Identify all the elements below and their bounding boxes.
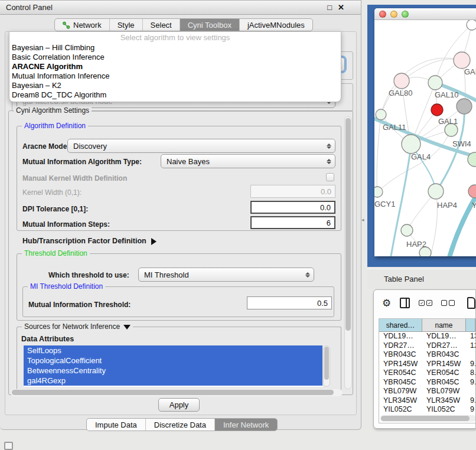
tab-impute-data[interactable]: Impute Data — [87, 419, 146, 431]
dropdown-item[interactable]: Mutual Information Inference — [9, 71, 341, 81]
dropdown-item[interactable]: Dream8 DC_TDC Algorithm — [9, 90, 341, 100]
aracne-mode-label: Aracne Mode: — [22, 142, 69, 151]
control-panel-tabbar: Network Style Select Cyni Toolbox jActiv… — [54, 18, 313, 31]
column-header-shared-name[interactable]: shared… — [379, 319, 422, 331]
sources-title: Sources for Network Inference — [24, 322, 120, 331]
document-icon[interactable] — [467, 297, 475, 309]
columns-icon[interactable] — [400, 298, 410, 308]
column-header-name[interactable]: name — [422, 319, 466, 331]
dropdown-item[interactable]: Bayesian – K2 — [9, 81, 341, 90]
svg-text:GAL80: GAL80 — [389, 89, 412, 97]
dpi-tolerance-label: DPI Tolerance [0,1]: — [22, 205, 88, 213]
node-red — [431, 104, 443, 116]
settings-group-title: Cyni Algorithm Settings — [14, 106, 92, 115]
table-panel-bar[interactable]: Table Panel — [367, 269, 476, 289]
minimize-traffic-light-icon[interactable] — [390, 11, 397, 18]
aracne-mode-combo[interactable]: Discovery — [67, 139, 335, 153]
svg-text:GCY1: GCY1 — [374, 200, 395, 208]
manual-kernel-checkbox[interactable] — [326, 173, 334, 181]
tab-infer-network[interactable]: Infer Network — [215, 419, 277, 431]
node-gcy1 — [374, 187, 383, 197]
table-row[interactable]: YBR045CYBR045C9. — [379, 378, 475, 387]
tab-select[interactable]: Select — [143, 19, 180, 31]
tab-style-label: Style — [118, 21, 135, 30]
tab-network[interactable]: Network — [55, 19, 110, 31]
kernel-width-value: 0.0 — [321, 187, 331, 196]
tab-impute-data-label: Impute Data — [95, 420, 137, 429]
which-threshold-combo[interactable]: MI Threshold — [138, 268, 314, 282]
algorithm-definition-title: Algorithm Definition — [22, 122, 88, 130]
apply-button[interactable]: Apply — [158, 398, 200, 412]
tab-style[interactable]: Style — [110, 19, 143, 31]
table-panel-window: ⚙ ✓✓ shared… name YDL19…YDL19…13 YDR27…Y… — [373, 289, 476, 429]
attribute-item[interactable]: TopologicalCoefficient — [24, 356, 322, 366]
data-attributes-list: SelfLoops TopologicalCoefficient Between… — [24, 345, 322, 387]
tab-select-label: Select — [151, 21, 172, 30]
deselect-all-icon[interactable] — [441, 300, 455, 306]
mi-type-value: Naive Bayes — [167, 157, 210, 166]
sources-toggle[interactable]: Sources for Network Inference — [22, 322, 133, 331]
panel-collapse-handle[interactable]: ◂ — [361, 217, 364, 223]
svg-text:GAL10: GAL10 — [435, 90, 458, 99]
mi-type-label: Mutual Information Algorithm Type: — [22, 158, 142, 166]
close-traffic-light-icon[interactable] — [379, 11, 386, 18]
threshold-definition-title: Threshold Definition — [22, 249, 90, 257]
attribute-item[interactable]: BetweennessCentrality — [24, 366, 322, 376]
expand-right-icon — [151, 238, 157, 245]
select-all-icon[interactable]: ✓✓ — [419, 300, 432, 306]
node-gal — [454, 52, 470, 69]
network-canvas[interactable]: GAL GAL80 GAL10 GAL11 GAL1 SWI4 GAL4 GCY… — [374, 20, 476, 256]
attribute-item[interactable]: SelfLoops — [24, 345, 322, 356]
tab-jactivemnodules-label: jActiveMNodules — [247, 21, 305, 30]
table-row[interactable]: YDR27…YDR27…12 — [379, 341, 475, 351]
column-header-cropped[interactable] — [466, 319, 475, 331]
gear-icon[interactable]: ⚙ — [382, 297, 391, 309]
mi-threshold-field[interactable]: 0.5 — [247, 296, 332, 309]
dpi-tolerance-field[interactable]: 0.0 — [250, 201, 335, 214]
zoom-traffic-light-icon[interactable] — [402, 11, 409, 18]
tab-discretize-data[interactable]: Discretize Data — [146, 419, 215, 431]
table-row[interactable]: YDL19…YDL19…13 — [379, 332, 475, 341]
settings-horizontal-scrollbar[interactable] — [11, 389, 343, 396]
mi-threshold-value: 0.5 — [317, 299, 328, 308]
control-panel-titlebar[interactable]: Control Panel □ ✕ — [0, 1, 361, 15]
node-gal11 — [376, 109, 386, 120]
mi-type-combo[interactable]: Naive Bayes — [161, 154, 335, 168]
table-row[interactable]: YER054CYER054C8. — [379, 369, 475, 378]
close-window-icon[interactable]: ✕ — [338, 3, 344, 12]
settings-vertical-scrollbar[interactable] — [344, 116, 352, 389]
network-window[interactable]: GAL GAL80 GAL10 GAL11 GAL1 SWI4 GAL4 GCY… — [374, 8, 476, 256]
network-window-titlebar[interactable] — [374, 8, 476, 20]
node-gal80 — [394, 73, 409, 89]
attributes-scrollbar[interactable] — [323, 345, 330, 387]
kernel-width-field[interactable]: 0.0 — [250, 185, 335, 198]
network-icon — [63, 21, 70, 29]
bottom-left-panel-icon[interactable] — [4, 442, 13, 450]
node-hap2 — [401, 224, 413, 236]
svg-text:GAL1: GAL1 — [438, 117, 458, 126]
table-row[interactable]: YPR145WYPR145W9. — [379, 360, 475, 369]
hub-definition-label: Hub/Transcription Factor Definition — [22, 237, 146, 245]
tab-jactivemnodules[interactable]: jActiveMNodules — [240, 19, 312, 31]
svg-text:GAL11: GAL11 — [383, 123, 406, 132]
stepper-icon — [325, 156, 332, 166]
dropdown-item-highlighted[interactable]: ARACNE Algorithm — [9, 62, 341, 71]
attribute-item[interactable]: gal4RGexp — [24, 376, 322, 386]
table-toolbar: ⚙ ✓✓ — [374, 290, 475, 316]
table-row[interactable]: YBR043CYBR043C — [379, 350, 475, 360]
svg-text:GAL4: GAL4 — [411, 152, 431, 161]
which-threshold-value: MI Threshold — [144, 270, 189, 279]
dropdown-item[interactable]: Bayesian – Hill Climbing — [9, 43, 341, 53]
table-row[interactable]: YLR345WYLR345W9. — [379, 396, 475, 406]
float-window-icon[interactable]: □ — [327, 3, 332, 12]
bottom-tabbar: Impute Data Discretize Data Infer Networ… — [86, 418, 278, 431]
dropdown-item[interactable]: Basic Correlation Inference — [9, 53, 341, 62]
control-panel-window: Control Panel □ ✕ Network Style Select C… — [0, 0, 361, 430]
data-attributes-label: Data Attributes — [21, 335, 74, 343]
table-row[interactable]: YBL079WYBL079W — [379, 387, 475, 396]
hub-definition-toggle[interactable]: Hub/Transcription Factor Definition — [22, 237, 157, 245]
table-horizontal-scrollbar[interactable] — [380, 415, 475, 422]
table-row[interactable]: YIL052CYIL052C9 — [379, 405, 475, 415]
tab-cyni-toolbox[interactable]: Cyni Toolbox — [180, 19, 240, 31]
mi-steps-field[interactable]: 6 — [250, 216, 335, 229]
